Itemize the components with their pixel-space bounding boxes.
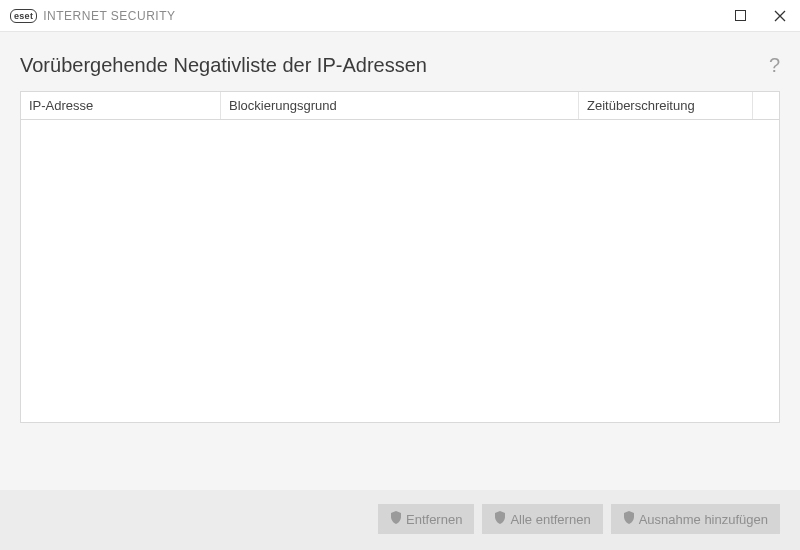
page-title: Vorübergehende Negativliste der IP-Adres… [20,54,427,77]
remove-all-button-label: Alle entfernen [510,512,590,527]
add-exception-button-label: Ausnahme hinzufügen [639,512,768,527]
brand-badge: eset [10,9,37,23]
page-header: Vorübergehende Negativliste der IP-Adres… [0,32,800,91]
table-body [21,120,779,423]
content-area: IP-Adresse Blockierungsgrund Zeitübersch… [0,91,800,423]
shield-icon [623,511,635,527]
help-icon[interactable]: ? [769,54,780,77]
remove-all-button[interactable]: Alle entfernen [482,504,602,534]
window-controls [720,0,800,32]
brand: eset INTERNET SECURITY [10,9,176,23]
title-bar: eset INTERNET SECURITY [0,0,800,32]
shield-icon [390,511,402,527]
footer-actions: Entfernen Alle entfernen Ausnahme hinzuf… [0,490,800,550]
column-header-reason[interactable]: Blockierungsgrund [221,92,579,119]
remove-button-label: Entfernen [406,512,462,527]
column-header-gutter [753,92,779,119]
add-exception-button[interactable]: Ausnahme hinzufügen [611,504,780,534]
shield-icon [494,511,506,527]
close-button[interactable] [760,0,800,32]
product-name: INTERNET SECURITY [43,9,175,23]
column-header-timeout[interactable]: Zeitüberschreitung [579,92,753,119]
svg-rect-0 [735,11,745,21]
remove-button[interactable]: Entfernen [378,504,474,534]
column-header-ip[interactable]: IP-Adresse [21,92,221,119]
maximize-button[interactable] [720,0,760,32]
table-header: IP-Adresse Blockierungsgrund Zeitübersch… [21,92,779,120]
ip-blacklist-table: IP-Adresse Blockierungsgrund Zeitübersch… [20,91,780,423]
